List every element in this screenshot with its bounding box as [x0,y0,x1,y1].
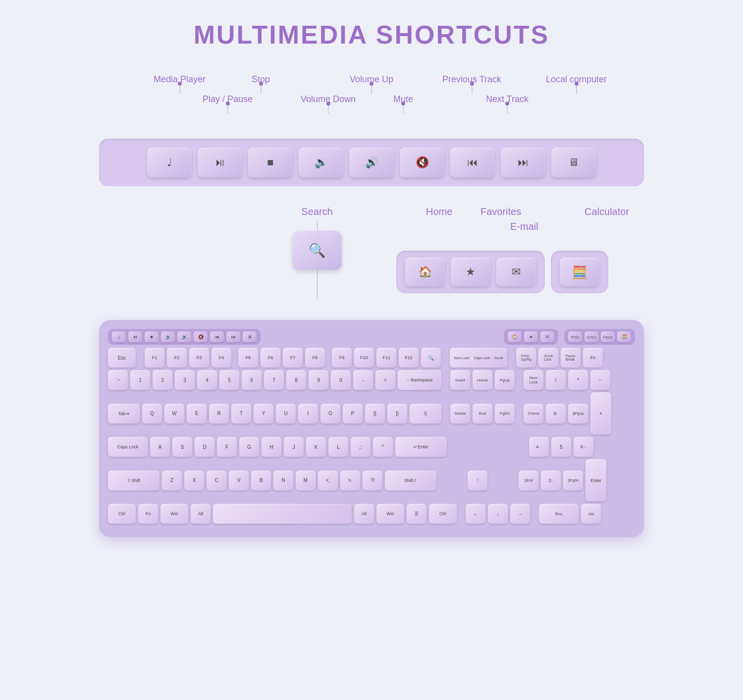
key-num3[interactable]: 3PgDn [563,471,583,490]
mini-play-pause[interactable]: ⏯ [128,331,142,342]
key-l[interactable]: L [328,437,348,457]
key-f10[interactable]: F10 [354,348,374,368]
key-num5[interactable]: 5 [551,437,571,457]
mini-vol-down[interactable]: 🔉 [161,331,175,342]
key-numlock[interactable]: NumLock [524,370,543,390]
key-lalt[interactable]: Alt [191,504,211,524]
key-j[interactable]: J [284,437,304,457]
key-h[interactable]: H [262,437,281,457]
key-a[interactable]: A [150,437,170,457]
key-z[interactable]: Z [162,471,182,490]
key-num1[interactable]: 1End [519,471,538,490]
key-period[interactable]: >. [340,471,360,490]
key-f11[interactable]: F11 [376,348,396,368]
key-minus[interactable]: - [353,370,373,390]
key-prtsc[interactable]: PrtScSysRq [516,348,536,368]
key-c[interactable]: C [207,471,226,490]
mini-pause[interactable]: Pause [601,331,615,342]
key-f6[interactable]: F6 [261,348,280,368]
key-num7[interactable]: 7Home [524,404,543,424]
key-home2[interactable]: Home [473,370,492,390]
key-pgup[interactable]: PgUp [495,370,515,390]
key-f5[interactable]: F5 [238,348,258,368]
key-r[interactable]: R [209,404,229,424]
key-slash[interactable]: ?/ [363,471,382,490]
home-key[interactable]: 🏠 [405,258,445,286]
mini-fav[interactable]: ★ [524,331,538,342]
key-pgdn[interactable]: PgDn [495,404,515,424]
key-search-fn[interactable]: 🔍 [421,348,441,368]
key-9[interactable]: 9 [309,370,328,390]
key-f[interactable]: F [217,437,237,457]
key-f12[interactable]: F12 [399,348,419,368]
key-fn-right[interactable]: Fn [583,348,603,368]
key-7[interactable]: 7 [264,370,284,390]
key-delete[interactable]: Delete [450,404,470,424]
prev-track-key[interactable]: ⏮ [450,148,495,177]
key-lwin[interactable]: Win [160,504,188,524]
key-lctrl[interactable]: Ctrl [108,504,136,524]
key-8[interactable]: 8 [286,370,306,390]
key-e[interactable]: E [187,404,207,424]
key-f9[interactable]: F9 [332,348,352,368]
key-insert[interactable]: Insert [450,370,470,390]
mini-mute[interactable]: 🔇 [194,331,208,342]
key-2[interactable]: 2 [153,370,172,390]
key-backspace[interactable]: ←Backspace [398,370,441,390]
key-s[interactable]: S [172,437,192,457]
stop-key[interactable]: ■ [248,148,293,177]
key-n[interactable]: N [273,471,293,490]
key-rctrl[interactable]: Ctrl [429,504,457,524]
key-q[interactable]: Q [142,404,162,424]
key-p[interactable]: P [343,404,363,424]
mini-scroll[interactable]: ScrlLk [584,331,598,342]
mini-media-player[interactable]: ♩ [112,331,126,342]
key-5[interactable]: 5 [219,370,239,390]
key-space[interactable] [213,504,352,524]
calculator-key[interactable]: 🧮 [560,258,599,286]
key-ralt[interactable]: Alt [354,504,374,524]
key-num-enter[interactable]: Enter [585,459,606,501]
key-1[interactable]: 1 [130,370,150,390]
key-3[interactable]: 3 [175,370,195,390]
mini-email[interactable]: ✉ [540,331,554,342]
key-num6[interactable]: 6→ [574,437,593,457]
key-esc[interactable]: Esc [108,348,136,368]
key-i[interactable]: I [298,404,318,424]
key-num-div[interactable]: / [546,370,566,390]
mini-prev[interactable]: ⏮ [210,331,224,342]
key-scrlk[interactable]: ScrollLock [538,348,558,368]
key-num-sub[interactable]: − [590,370,610,390]
mini-prtsc[interactable]: PrtSc [568,331,582,342]
key-u[interactable]: U [276,404,296,424]
key-enter[interactable]: ↵Enter [395,437,447,457]
key-tab[interactable]: Tab⇥ [108,404,140,424]
key-f4[interactable]: F4 [212,348,231,368]
key-y[interactable]: Y [254,404,273,424]
key-arrow-down[interactable]: ↓ [488,504,508,524]
email-key[interactable]: ✉ [496,258,536,286]
mute-key[interactable]: 🔇 [400,148,444,177]
media-player-key[interactable]: ♩ [147,148,192,177]
key-arrow-left[interactable]: ← [466,504,485,524]
key-arrow-up[interactable]: ↑ [468,471,487,490]
key-num4[interactable]: 4← [529,437,549,457]
key-rshift[interactable]: Shift⇧ [385,471,436,490]
key-f3[interactable]: F3 [189,348,209,368]
play-pause-key[interactable]: ⏯ [198,148,242,177]
volume-down-key[interactable]: 🔉 [299,148,343,177]
search-key[interactable]: 🔍 [292,230,342,270]
key-w[interactable]: W [164,404,184,424]
key-lshift[interactable]: ⇧Shift [108,471,159,490]
key-f7[interactable]: F7 [283,348,303,368]
key-v[interactable]: V [229,471,249,490]
mini-vol-up[interactable]: 🔊 [177,331,191,342]
key-t[interactable]: T [231,404,251,424]
mini-computer[interactable]: 🖥 [243,331,257,342]
mini-home[interactable]: 🏠 [508,331,522,342]
key-k[interactable]: K [306,437,326,457]
key-num0[interactable]: 0Ins [539,504,579,524]
key-f1[interactable]: F1 [145,348,164,368]
key-end[interactable]: End [473,404,492,424]
local-computer-key[interactable]: 🖥 [551,148,596,177]
